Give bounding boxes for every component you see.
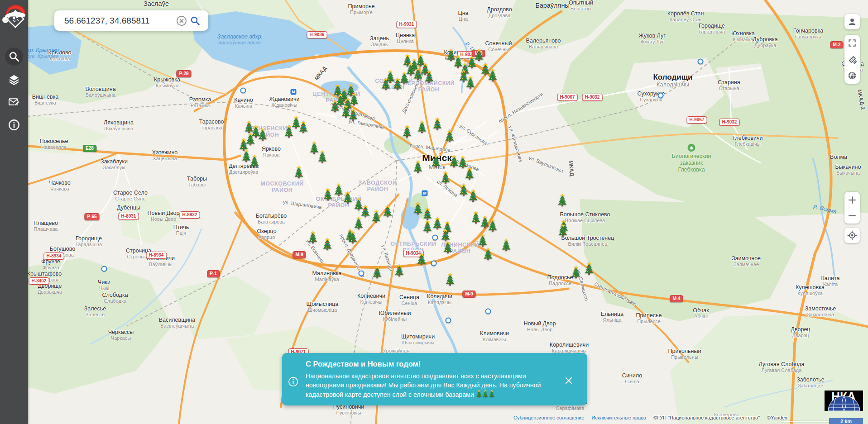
christmas-tree-market-marker[interactable] bbox=[284, 124, 294, 138]
banner-info-icon bbox=[288, 376, 298, 389]
scale-line bbox=[781, 421, 829, 422]
user-account-button[interactable] bbox=[844, 14, 860, 29]
tree-emoji bbox=[476, 391, 495, 398]
christmas-tree-market-marker[interactable] bbox=[466, 76, 475, 89]
user-panel bbox=[844, 14, 860, 29]
christmas-tree-market-marker[interactable] bbox=[331, 99, 340, 112]
exclusive-rights-link[interactable]: Исключительные права bbox=[591, 415, 646, 420]
info-tool-button[interactable] bbox=[5, 116, 23, 134]
christmas-tree-market-marker[interactable] bbox=[417, 252, 427, 265]
close-icon bbox=[565, 376, 573, 385]
christmas-tree-market-marker[interactable] bbox=[432, 154, 441, 167]
christmas-tree-market-marker[interactable] bbox=[571, 265, 581, 278]
fullscreen-button[interactable] bbox=[844, 35, 860, 51]
christmas-tree-market-marker[interactable] bbox=[413, 160, 423, 173]
christmas-tree-market-marker[interactable] bbox=[433, 117, 442, 130]
christmas-tree-market-marker[interactable] bbox=[299, 120, 308, 133]
christmas-tree-market-marker[interactable] bbox=[425, 70, 434, 83]
christmas-tree-market-marker[interactable] bbox=[258, 128, 268, 141]
christmas-tree-market-marker[interactable] bbox=[343, 191, 353, 204]
globe-layer-button[interactable] bbox=[844, 67, 860, 84]
christmas-tree-market-marker[interactable] bbox=[488, 219, 498, 232]
christmas-tree-market-marker[interactable] bbox=[349, 108, 358, 121]
christmas-tree-market-marker[interactable] bbox=[413, 201, 423, 214]
fullscreen-icon bbox=[848, 38, 857, 48]
banner-close-button[interactable] bbox=[565, 376, 573, 386]
agency-logo-santa-hat[interactable] bbox=[2, 3, 27, 33]
christmas-tree-market-marker[interactable] bbox=[350, 92, 359, 105]
scale-label: 2 km bbox=[829, 418, 863, 424]
christmas-tree-market-marker[interactable] bbox=[383, 204, 393, 217]
feedback-tool-button[interactable] bbox=[5, 93, 23, 111]
christmas-tree-market-marker[interactable] bbox=[361, 204, 370, 217]
christmas-tree-market-marker[interactable] bbox=[471, 210, 481, 224]
minus-icon bbox=[848, 212, 856, 220]
search-box bbox=[54, 10, 208, 31]
measure-button[interactable] bbox=[844, 51, 860, 67]
measure-ruler-icon bbox=[848, 55, 857, 64]
christmas-tree-market-marker[interactable] bbox=[484, 247, 493, 260]
attribution-bar: Сублицензионное соглашение Исключительны… bbox=[513, 415, 787, 420]
christmas-tree-market-marker[interactable] bbox=[308, 230, 318, 243]
christmas-tree-market-marker[interactable] bbox=[441, 228, 451, 241]
clear-circle-icon bbox=[176, 15, 187, 26]
holiday-notification-banner: С Рождеством и Новым годом! Национальное… bbox=[282, 353, 587, 405]
feedback-envelope-pencil-icon bbox=[8, 96, 20, 108]
christmas-tree-market-marker[interactable] bbox=[250, 154, 259, 167]
christmas-tree-market-marker[interactable] bbox=[334, 183, 344, 196]
search-input[interactable] bbox=[63, 15, 175, 26]
map-application: МинскМінскКолодищиКалодзішчыБараўляныЗас… bbox=[0, 0, 868, 424]
christmas-tree-market-marker[interactable] bbox=[433, 216, 442, 229]
search-submit-button[interactable] bbox=[188, 14, 202, 28]
christmas-tree-market-marker[interactable] bbox=[502, 238, 511, 251]
christmas-tree-market-marker[interactable] bbox=[323, 237, 332, 250]
zoom-out-button[interactable] bbox=[844, 208, 860, 224]
christmas-tree-market-marker[interactable] bbox=[323, 187, 333, 200]
christmas-tree-market-marker[interactable] bbox=[478, 233, 488, 247]
search-tool-button[interactable] bbox=[5, 48, 23, 66]
christmas-tree-market-marker[interactable] bbox=[381, 77, 391, 90]
magnifier-icon bbox=[190, 15, 201, 26]
christmas-tree-market-marker[interactable] bbox=[585, 262, 594, 275]
christmas-tree-market-marker[interactable] bbox=[445, 129, 455, 142]
locate-me-button[interactable] bbox=[844, 228, 860, 243]
christmas-tree-market-marker[interactable] bbox=[558, 193, 567, 206]
nca-copyright: ©ГУП "Национальное кадастровое агентство… bbox=[653, 415, 760, 420]
christmas-tree-market-marker[interactable] bbox=[395, 263, 404, 276]
christmas-tree-market-marker[interactable] bbox=[423, 219, 432, 233]
nca-logo[interactable]: НКА bbox=[825, 391, 863, 411]
banner-body: Национальное кадастровое агентство поздр… bbox=[306, 372, 556, 399]
sidebar bbox=[0, 0, 28, 424]
christmas-tree-market-marker[interactable] bbox=[469, 189, 478, 202]
plus-icon bbox=[848, 196, 856, 204]
sublicense-link[interactable]: Сублицензионное соглашение bbox=[513, 415, 584, 420]
christmas-tree-market-marker[interactable] bbox=[441, 171, 451, 184]
christmas-tree-market-marker[interactable] bbox=[318, 150, 327, 163]
christmas-tree-market-marker[interactable] bbox=[373, 265, 382, 278]
map-tools-panel bbox=[844, 35, 860, 84]
banner-title: С Рождеством и Новым годом! bbox=[306, 360, 556, 368]
christmas-tree-market-marker[interactable] bbox=[417, 120, 427, 133]
christmas-tree-market-marker[interactable] bbox=[348, 230, 358, 243]
christmas-tree-market-marker[interactable] bbox=[372, 210, 381, 223]
christmas-tree-market-marker[interactable] bbox=[446, 272, 455, 286]
christmas-tree-market-marker[interactable] bbox=[294, 165, 304, 178]
christmas-tree-market-marker[interactable] bbox=[488, 68, 498, 81]
zoom-panel bbox=[844, 192, 860, 224]
christmas-tree-market-marker[interactable] bbox=[443, 240, 453, 253]
christmas-tree-market-marker[interactable] bbox=[465, 167, 475, 180]
christmas-tree-market-marker[interactable] bbox=[403, 124, 412, 138]
info-icon bbox=[8, 119, 20, 131]
christmas-tree-market-marker[interactable] bbox=[459, 183, 469, 196]
christmas-tree-market-marker[interactable] bbox=[450, 154, 459, 167]
christmas-tree-market-marker[interactable] bbox=[475, 48, 484, 61]
globe-icon bbox=[847, 71, 857, 81]
zoom-in-button[interactable] bbox=[844, 192, 860, 208]
christmas-tree-market-marker[interactable] bbox=[354, 216, 364, 229]
layers-tool-button[interactable] bbox=[5, 71, 23, 89]
christmas-tree-market-marker[interactable] bbox=[423, 207, 432, 220]
christmas-tree-market-marker[interactable] bbox=[558, 224, 568, 237]
search-icon bbox=[8, 51, 20, 62]
clear-search-button[interactable] bbox=[175, 14, 188, 28]
layers-icon bbox=[8, 74, 20, 86]
